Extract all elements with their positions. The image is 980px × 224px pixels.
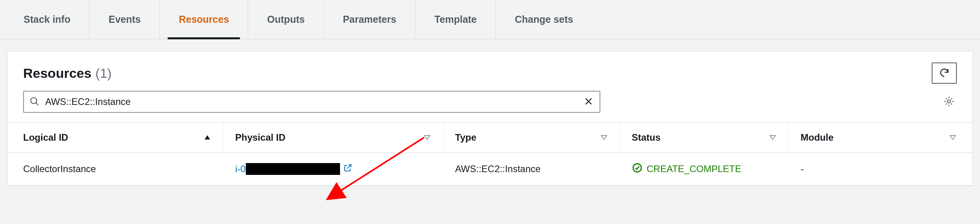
sort-none-icon	[949, 134, 957, 141]
svg-marker-9	[950, 136, 956, 140]
tab-resources[interactable]: Resources	[160, 0, 248, 39]
svg-marker-5	[205, 135, 210, 140]
sort-none-icon	[600, 134, 608, 141]
external-link-icon[interactable]	[343, 163, 353, 175]
physical-id-prefix: i-0	[235, 163, 246, 174]
table-row: CollectorInstance i-0 AWS::EC2::Instance…	[7, 153, 973, 185]
close-icon	[584, 97, 593, 107]
sort-asc-icon	[203, 134, 211, 141]
panel-header: Resources (1)	[7, 51, 973, 91]
tab-parameters[interactable]: Parameters	[324, 0, 415, 39]
svg-marker-7	[601, 136, 607, 140]
cell-status: CREATE_COMPLETE	[620, 153, 789, 185]
resources-panel: Resources (1)	[7, 51, 973, 186]
panel-title: Resources (1)	[23, 66, 112, 81]
status-text: CREATE_COMPLETE	[647, 163, 741, 174]
refresh-icon	[939, 67, 950, 79]
sort-none-icon	[423, 134, 431, 141]
column-label: Type	[455, 132, 476, 143]
settings-button[interactable]	[941, 94, 957, 110]
gear-icon	[943, 95, 955, 108]
svg-point-4	[947, 100, 951, 103]
column-module[interactable]: Module	[789, 123, 969, 152]
search-row	[7, 91, 973, 122]
redacted-block	[246, 163, 340, 175]
check-circle-icon	[632, 162, 643, 176]
cell-logical-id: CollectorInstance	[11, 153, 223, 185]
refresh-button[interactable]	[932, 62, 957, 84]
search-box[interactable]	[23, 91, 600, 113]
column-label: Module	[801, 132, 834, 143]
status-badge: CREATE_COMPLETE	[632, 162, 741, 176]
table-header: Logical ID Physical ID Type Status Modul…	[7, 122, 973, 153]
tab-stack-info[interactable]: Stack info	[8, 0, 90, 39]
column-label: Status	[632, 132, 660, 143]
stack-tabs: Stack info Events Resources Outputs Para…	[0, 0, 980, 39]
column-label: Logical ID	[23, 132, 68, 143]
svg-point-0	[31, 97, 37, 103]
svg-line-1	[36, 103, 38, 105]
cell-module: -	[789, 153, 969, 185]
tab-template[interactable]: Template	[415, 0, 496, 39]
column-status[interactable]: Status	[620, 123, 789, 152]
svg-marker-6	[424, 136, 430, 140]
column-physical-id[interactable]: Physical ID	[223, 123, 443, 152]
tab-events[interactable]: Events	[90, 0, 160, 39]
cell-physical-id: i-0	[223, 153, 443, 185]
column-logical-id[interactable]: Logical ID	[11, 123, 223, 152]
column-type[interactable]: Type	[443, 123, 620, 152]
cell-type: AWS::EC2::Instance	[443, 153, 620, 185]
tab-outputs[interactable]: Outputs	[248, 0, 324, 39]
physical-id-link[interactable]: i-0	[235, 163, 340, 175]
column-label: Physical ID	[235, 132, 285, 143]
tab-change-sets[interactable]: Change sets	[496, 0, 592, 39]
panel-count: (1)	[95, 66, 112, 81]
svg-marker-8	[770, 136, 775, 140]
clear-search-button[interactable]	[583, 96, 594, 107]
panel-title-text: Resources	[23, 66, 91, 81]
sort-none-icon	[769, 134, 777, 141]
search-input[interactable]	[40, 96, 583, 107]
search-icon	[29, 96, 40, 108]
